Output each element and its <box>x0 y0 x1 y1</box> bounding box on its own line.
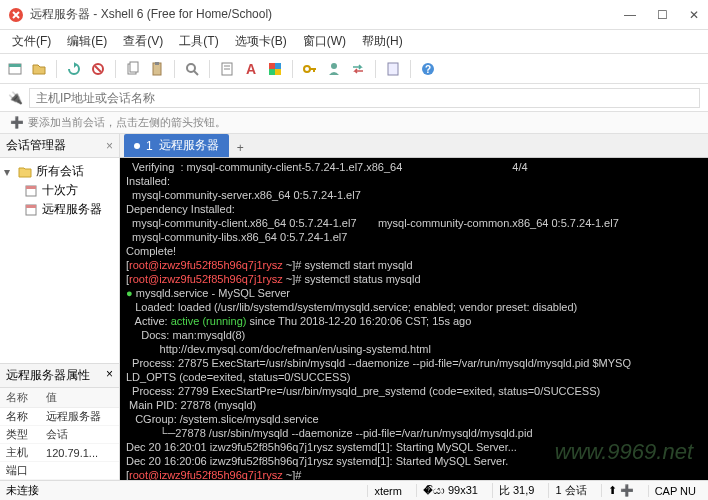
new-session-icon[interactable] <box>6 60 24 78</box>
tree-root[interactable]: ▾ 所有会话 <box>4 162 115 181</box>
status-pos: 比 31,9 <box>492 483 540 498</box>
collapse-icon[interactable]: ▾ <box>4 165 14 179</box>
tab-status-icon <box>134 143 140 149</box>
connect-icon[interactable]: 🔌 <box>8 91 23 105</box>
sessions-panel-close-icon[interactable]: × <box>106 139 113 153</box>
tab-add-button[interactable]: + <box>229 139 252 157</box>
props-row: 端口 <box>0 462 119 480</box>
svg-text:?: ? <box>425 64 431 75</box>
status-bar: 未连接 xterm �ියා 99x31 比 31,9 1 会话 ⬆ ➕ CAP… <box>0 480 708 500</box>
props-row: 主机120.79.1... <box>0 444 119 462</box>
svg-rect-22 <box>388 63 398 75</box>
disconnect-icon[interactable] <box>89 60 107 78</box>
menu-tools[interactable]: 工具(T) <box>173 31 224 52</box>
tab-label: 远程服务器 <box>159 137 219 154</box>
search-icon[interactable] <box>183 60 201 78</box>
status-connection: 未连接 <box>6 483 39 498</box>
menu-bar: 文件(F) 编辑(E) 查看(V) 工具(T) 选项卡(B) 窗口(W) 帮助(… <box>0 30 708 54</box>
title-bar: 远程服务器 - Xshell 6 (Free for Home/School) … <box>0 0 708 30</box>
svg-rect-6 <box>130 62 138 72</box>
menu-tabs[interactable]: 选项卡(B) <box>229 31 293 52</box>
help-icon[interactable]: ? <box>419 60 437 78</box>
svg-line-10 <box>194 71 198 75</box>
maximize-button[interactable]: ☐ <box>656 8 668 22</box>
tree-root-label: 所有会话 <box>36 163 84 180</box>
minimize-button[interactable]: — <box>624 8 636 22</box>
svg-rect-8 <box>155 62 159 65</box>
svg-rect-15 <box>275 63 281 69</box>
svg-rect-14 <box>269 63 275 69</box>
add-hint-icon[interactable]: ➕ <box>10 116 24 129</box>
props-header-value: 值 <box>40 388 119 408</box>
tab-index: 1 <box>146 139 153 153</box>
address-bar: 🔌 <box>0 84 708 112</box>
sessions-panel-title: 会话管理器 <box>6 137 66 154</box>
toolbar: A ? <box>0 54 708 84</box>
svg-rect-2 <box>9 64 21 67</box>
session-icon <box>24 203 38 217</box>
tree-item-label: 十次方 <box>42 182 78 199</box>
properties-icon[interactable] <box>218 60 236 78</box>
tree-item-label: 远程服务器 <box>42 201 102 218</box>
key-icon[interactable] <box>301 60 319 78</box>
props-header-name: 名称 <box>0 388 40 408</box>
status-term: xterm <box>367 485 408 497</box>
menu-view[interactable]: 查看(V) <box>117 31 169 52</box>
window-title: 远程服务器 - Xshell 6 (Free for Home/School) <box>30 6 624 23</box>
props-panel-header: 远程服务器属性 × <box>0 363 119 388</box>
terminal[interactable]: Verifying : mysql-community-client-5.7.2… <box>120 158 708 480</box>
status-size: �ියා 99x31 <box>416 484 484 497</box>
props-row: 类型会话 <box>0 426 119 444</box>
close-button[interactable]: ✕ <box>688 8 700 22</box>
transfer-icon[interactable] <box>349 60 367 78</box>
app-icon <box>8 7 24 23</box>
props-panel-title: 远程服务器属性 <box>6 367 90 384</box>
svg-point-21 <box>331 63 337 69</box>
svg-rect-16 <box>269 69 275 75</box>
address-input[interactable] <box>29 88 700 108</box>
open-icon[interactable] <box>30 60 48 78</box>
status-sessions: 1 会话 <box>548 483 592 498</box>
folder-icon <box>18 165 32 179</box>
status-caps: CAP NU <box>648 485 702 497</box>
status-plus[interactable]: ⬆ ➕ <box>601 484 640 497</box>
props-row: 名称远程服务器 <box>0 408 119 426</box>
reconnect-icon[interactable] <box>65 60 83 78</box>
svg-point-18 <box>304 66 310 72</box>
svg-rect-26 <box>26 186 36 189</box>
props-table: 名称值 名称远程服务器 类型会话 主机120.79.1... 端口 <box>0 388 119 480</box>
paste-icon[interactable] <box>148 60 166 78</box>
user-icon[interactable] <box>325 60 343 78</box>
props-panel-close-icon[interactable]: × <box>106 367 113 384</box>
sidebar: 会话管理器 × ▾ 所有会话 十次方 远程服务器 远程服务器属性 × 名 <box>0 134 120 480</box>
menu-edit[interactable]: 编辑(E) <box>61 31 113 52</box>
script-icon[interactable] <box>384 60 402 78</box>
tab-active[interactable]: 1 远程服务器 <box>124 134 229 157</box>
sessions-tree[interactable]: ▾ 所有会话 十次方 远程服务器 <box>0 158 119 363</box>
tree-item[interactable]: 远程服务器 <box>4 200 115 219</box>
copy-icon[interactable] <box>124 60 142 78</box>
svg-rect-28 <box>26 205 36 208</box>
hint-text: 要添加当前会话，点击左侧的箭头按钮。 <box>28 115 226 130</box>
svg-point-9 <box>187 64 195 72</box>
menu-file[interactable]: 文件(F) <box>6 31 57 52</box>
menu-help[interactable]: 帮助(H) <box>356 31 409 52</box>
menu-window[interactable]: 窗口(W) <box>297 31 352 52</box>
sessions-panel-header: 会话管理器 × <box>0 134 119 158</box>
color-icon[interactable] <box>266 60 284 78</box>
hint-bar: ➕ 要添加当前会话，点击左侧的箭头按钮。 <box>0 112 708 134</box>
tab-strip: 1 远程服务器 + <box>120 134 708 158</box>
tree-item[interactable]: 十次方 <box>4 181 115 200</box>
font-icon[interactable]: A <box>242 60 260 78</box>
svg-rect-17 <box>275 69 281 75</box>
session-icon <box>24 184 38 198</box>
svg-line-4 <box>95 66 101 72</box>
